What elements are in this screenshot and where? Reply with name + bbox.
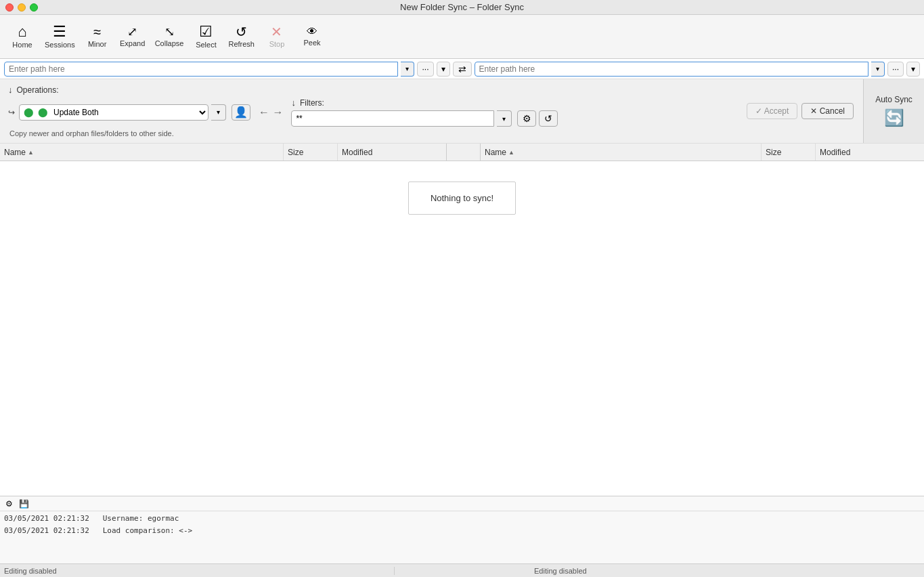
log-timestamp-2: 03/05/2021 02:21:32: [4, 526, 89, 535]
auto-sync-icon: 🔄: [884, 108, 904, 127]
right-size-column[interactable]: Size: [762, 144, 816, 161]
filter-reset-button[interactable]: ↺: [539, 110, 558, 127]
operations-dropdown-button[interactable]: ▾: [211, 104, 226, 121]
status-bar: Editing disabled Editing disabled: [0, 563, 924, 577]
right-path-browse-button[interactable]: ···: [887, 62, 904, 77]
operations-description: Copy newer and orphan files/folders to o…: [9, 129, 558, 137]
log-line-2: 03/05/2021 02:21:32 Load comparison: <->: [4, 525, 920, 537]
sort-icon: ▲: [28, 149, 34, 156]
filters-label: Filters:: [300, 98, 324, 108]
center-divider: [447, 144, 481, 161]
empty-state: Nothing to sync!: [408, 181, 516, 215]
ops-bar: ↓ Operations: ↪ ⬤ ⬤ Update Both ▾ 👤 ← →: [0, 79, 924, 144]
home-icon: ⌂: [18, 24, 26, 39]
peek-icon: 👁: [307, 26, 317, 37]
operations-label: Operations:: [17, 85, 59, 95]
toolbar-minor[interactable]: ≈ Minor: [81, 22, 114, 51]
log-content: 03/05/2021 02:21:32 Username: egormac 03…: [0, 511, 924, 563]
log-line-1: 03/05/2021 02:21:32 Username: egormac: [4, 513, 920, 525]
toolbar-collapse-label: Collapse: [155, 39, 184, 47]
toolbar-select[interactable]: ☑ Select: [189, 22, 223, 51]
sync-direction-button[interactable]: ⇄: [453, 62, 472, 77]
sessions-icon: ☰: [53, 24, 66, 39]
log-area: ⚙ 💾 03/05/2021 02:21:32 Username: egorma…: [0, 496, 924, 563]
log-toolbar: ⚙ 💾: [0, 496, 924, 511]
stop-icon: ✕: [271, 25, 282, 39]
toolbar-refresh[interactable]: ↺ Refresh: [224, 22, 259, 51]
toolbar-peek-label: Peek: [303, 39, 320, 47]
toolbar-minor-label: Minor: [88, 40, 107, 48]
filters-input[interactable]: [291, 110, 494, 127]
operations-select[interactable]: Update Both: [51, 105, 208, 120]
left-status: Editing disabled: [0, 567, 395, 575]
toolbar-expand-label: Expand: [120, 39, 145, 47]
left-path-dropdown-button[interactable]: ▾: [401, 62, 414, 77]
right-table-header: Name ▲ Size Modified: [481, 144, 924, 161]
table-header: Name ▲ Size Modified Name ▲ Size Modifie…: [0, 144, 924, 161]
left-table-header: Name ▲ Size Modified: [0, 144, 447, 161]
minimize-button[interactable]: [18, 3, 26, 12]
filters-row: ▾ ⚙ ↺: [291, 110, 558, 127]
title-bar: New Folder Sync – Folder Sync: [0, 0, 924, 15]
log-timestamp-1: 03/05/2021 02:21:32: [4, 514, 89, 523]
right-path-dropdown-button[interactable]: ▾: [871, 62, 885, 77]
right-path-extra-button[interactable]: ▾: [906, 62, 920, 77]
operations-row: ↪ ⬤ ⬤ Update Both ▾ 👤 ← →: [8, 98, 558, 127]
file-area: Name ▲ Size Modified Name ▲ Size Modifie…: [0, 144, 924, 496]
log-save-button[interactable]: 💾: [18, 498, 30, 510]
window-title: New Folder Sync – Folder Sync: [400, 2, 524, 12]
minor-icon: ≈: [93, 25, 101, 39]
select-icon: ☑: [199, 24, 213, 39]
close-button[interactable]: [5, 3, 14, 12]
auto-sync-label: Auto Sync: [875, 95, 912, 104]
path-bar: ▾ ··· ▾ ⇄ ▾ ··· ▾: [0, 59, 924, 79]
table-body: Nothing to sync!: [0, 161, 924, 496]
right-status: Editing disabled: [530, 567, 924, 575]
left-path-browse-button[interactable]: ···: [417, 62, 433, 77]
toolbar-home-label: Home: [12, 41, 32, 49]
accept-button: ✓ Accept: [747, 103, 797, 119]
toolbar-refresh-label: Refresh: [228, 40, 255, 48]
toolbar: ⌂ Home ☰ Sessions ≈ Minor ⤢ Expand ⤡ Col…: [0, 15, 924, 59]
operations-section: ↓ Operations: ↪ ⬤ ⬤ Update Both ▾ 👤 ← →: [8, 85, 558, 137]
toolbar-peek[interactable]: 👁 Peek: [295, 24, 329, 49]
expand-icon: ⤢: [127, 26, 137, 38]
log-settings-button[interactable]: ⚙: [3, 498, 15, 510]
action-buttons: ✓ Accept ✕ Cancel: [747, 103, 856, 119]
toolbar-stop-label: Stop: [269, 40, 285, 48]
filter-settings-button[interactable]: ⚙: [517, 110, 536, 127]
toolbar-expand[interactable]: ⤢ Expand: [116, 23, 150, 50]
right-sort-icon: ▲: [508, 149, 514, 156]
user-settings-button[interactable]: 👤: [232, 104, 250, 121]
right-modified-column[interactable]: Modified: [816, 144, 924, 161]
toolbar-stop: ✕ Stop: [260, 22, 294, 51]
left-path-input[interactable]: [4, 62, 398, 77]
left-modified-column[interactable]: Modified: [338, 144, 446, 161]
traffic-lights: [5, 3, 38, 12]
left-size-column[interactable]: Size: [284, 144, 338, 161]
left-editing-status: Editing disabled: [4, 567, 57, 575]
zoom-button[interactable]: [30, 3, 38, 12]
left-path-extra-button[interactable]: ▾: [437, 62, 450, 77]
toolbar-select-label: Select: [196, 41, 217, 49]
collapse-icon: ⤡: [164, 26, 175, 38]
right-path-input[interactable]: [475, 62, 868, 77]
toolbar-collapse[interactable]: ⤡ Collapse: [151, 23, 188, 50]
refresh-icon: ↺: [236, 25, 247, 39]
filters-section: ↓ Filters: ▾ ⚙ ↺: [291, 98, 558, 127]
toolbar-home[interactable]: ⌂ Home: [5, 22, 39, 51]
filters-dropdown-button[interactable]: ▾: [497, 110, 512, 127]
right-name-column[interactable]: Name ▲: [481, 144, 762, 161]
cancel-button[interactable]: ✕ Cancel: [801, 103, 854, 119]
auto-sync-panel[interactable]: Auto Sync 🔄: [863, 79, 924, 143]
toolbar-sessions-label: Sessions: [45, 41, 75, 49]
toolbar-sessions[interactable]: ☰ Sessions: [41, 22, 79, 51]
log-message-2: Load comparison: <->: [103, 526, 192, 535]
log-message-1: Username: egormac: [103, 514, 179, 523]
right-editing-status: Editing disabled: [534, 567, 587, 575]
left-name-column[interactable]: Name ▲: [0, 144, 284, 161]
